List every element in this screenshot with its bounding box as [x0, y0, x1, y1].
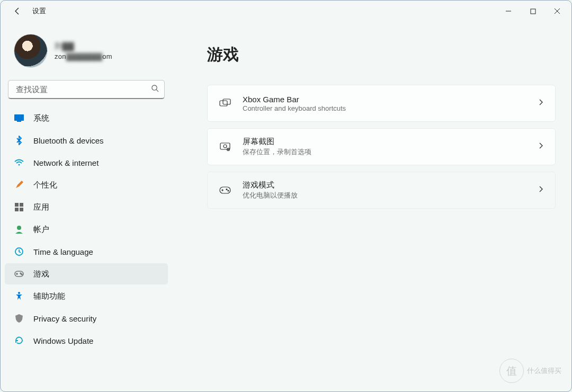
titlebar: 设置: [1, 1, 571, 22]
card-title: 屏幕截图: [243, 137, 311, 147]
back-button[interactable]: [9, 3, 26, 20]
sidebar-item-bluetooth[interactable]: Bluetooth & devices: [5, 130, 168, 151]
card-sub: Controller and keyboard shortcuts: [243, 104, 346, 112]
nav-label: 系统: [33, 113, 49, 123]
sidebar-item-accessibility[interactable]: 辅助功能: [5, 286, 168, 307]
email-prefix: zon: [55, 52, 66, 60]
svg-point-8: [19, 164, 20, 166]
nav-label: Windows Update: [33, 336, 93, 345]
sidebar: 刘▓▓ zon▓▓▓▓▓▓▓om 系统: [1, 22, 175, 391]
svg-rect-21: [220, 143, 230, 149]
search-box[interactable]: [8, 80, 165, 99]
nav-list: 系统 Bluetooth & devices Network & interne…: [5, 104, 175, 352]
sidebar-item-accounts[interactable]: 帐户: [5, 219, 168, 240]
nav-label: Time & language: [33, 247, 93, 256]
close-icon: [554, 8, 560, 14]
update-icon: [14, 336, 24, 345]
svg-rect-7: [17, 121, 21, 122]
svg-rect-10: [20, 203, 23, 207]
sidebar-item-system[interactable]: 系统: [5, 108, 168, 129]
close-button[interactable]: [545, 3, 569, 20]
card-text: 游戏模式 优化电脑以便播放: [243, 180, 298, 200]
nav-label: Network & internet: [33, 158, 99, 167]
bluetooth-icon: [14, 136, 24, 145]
search-icon: [151, 84, 159, 94]
svg-point-25: [226, 189, 227, 190]
apps-icon: [14, 202, 24, 212]
sidebar-item-network[interactable]: Network & internet: [5, 152, 168, 173]
page-title: 游戏: [207, 44, 556, 66]
brush-icon: [14, 180, 24, 190]
minimize-button[interactable]: [496, 3, 521, 20]
avatar: [14, 34, 47, 67]
svg-rect-1: [531, 9, 535, 14]
profile-email: zon▓▓▓▓▓▓▓om: [55, 52, 112, 60]
content-area: 刘▓▓ zon▓▓▓▓▓▓▓om 系统: [1, 22, 571, 391]
minimize-icon: [505, 8, 512, 14]
nav-label: 应用: [33, 202, 49, 212]
svg-line-5: [156, 90, 158, 92]
maximize-button[interactable]: [521, 3, 545, 20]
svg-point-18: [18, 292, 20, 294]
settings-window: 设置 刘▓▓ zon▓▓▓▓▓▓▓om: [0, 0, 572, 392]
card-captures[interactable]: 屏幕截图 保存位置，录制首选项: [207, 128, 556, 165]
svg-rect-9: [15, 203, 19, 207]
svg-rect-12: [20, 208, 23, 211]
chevron-right-icon: [538, 185, 543, 195]
card-sub: 优化电脑以便播放: [243, 191, 298, 200]
profile-text: 刘▓▓ zon▓▓▓▓▓▓▓om: [55, 41, 112, 60]
clock-icon: [14, 247, 24, 256]
svg-rect-11: [15, 208, 19, 211]
gaming-icon: [14, 269, 24, 279]
svg-point-22: [224, 145, 227, 148]
chevron-right-icon: [538, 142, 543, 152]
system-icon: [14, 113, 24, 123]
watermark-text: 什么值得买: [527, 366, 561, 376]
nav-label: 帐户: [33, 225, 49, 235]
svg-rect-20: [223, 99, 230, 104]
svg-point-17: [21, 274, 22, 275]
capture-icon: [219, 141, 231, 153]
sidebar-item-apps[interactable]: 应用: [5, 197, 168, 218]
main-panel: 游戏 Xbox Game Bar Controller and keyboard…: [175, 22, 571, 391]
sidebar-item-privacy[interactable]: Privacy & security: [5, 308, 168, 329]
card-sub: 保存位置，录制首选项: [243, 147, 311, 157]
card-text: Xbox Game Bar Controller and keyboard sh…: [243, 95, 346, 112]
window-controls: [496, 3, 569, 20]
card-text: 屏幕截图 保存位置，录制首选项: [243, 137, 311, 157]
sidebar-item-time[interactable]: Time & language: [5, 241, 168, 262]
gamebar-icon: [219, 97, 231, 109]
email-suffix: om: [102, 52, 112, 60]
card-title: 游戏模式: [243, 180, 298, 190]
svg-point-13: [17, 226, 21, 230]
profile-block[interactable]: 刘▓▓ zon▓▓▓▓▓▓▓om: [5, 27, 175, 77]
accessibility-icon: [14, 291, 24, 301]
watermark-badge: 值: [499, 359, 524, 383]
svg-point-4: [152, 85, 157, 90]
nav-label: Privacy & security: [33, 314, 96, 323]
sidebar-item-gaming[interactable]: 游戏: [5, 263, 168, 284]
nav-label: Bluetooth & devices: [33, 136, 104, 145]
svg-rect-19: [220, 101, 227, 106]
maximize-icon: [530, 8, 536, 14]
card-game-mode[interactable]: 游戏模式 优化电脑以便播放: [207, 172, 556, 209]
shield-icon: [14, 314, 24, 323]
chevron-right-icon: [538, 99, 543, 108]
search-wrap: [5, 77, 175, 104]
profile-name: 刘▓▓: [55, 41, 86, 51]
svg-rect-6: [14, 114, 24, 121]
nav-label: 个性化: [33, 180, 57, 190]
sidebar-item-personalization[interactable]: 个性化: [5, 174, 168, 195]
card-xbox-game-bar[interactable]: Xbox Game Bar Controller and keyboard sh…: [207, 85, 556, 122]
watermark: 值 什么值得买: [499, 352, 568, 389]
nav-label: 辅助功能: [33, 291, 65, 301]
sidebar-item-update[interactable]: Windows Update: [5, 330, 168, 351]
card-title: Xbox Game Bar: [243, 95, 346, 104]
svg-point-16: [20, 273, 21, 274]
nav-label: 游戏: [33, 269, 49, 279]
search-input[interactable]: [15, 85, 151, 94]
wifi-icon: [14, 158, 24, 167]
person-icon: [14, 225, 24, 234]
app-title: 设置: [32, 6, 46, 16]
svg-point-26: [228, 190, 229, 191]
